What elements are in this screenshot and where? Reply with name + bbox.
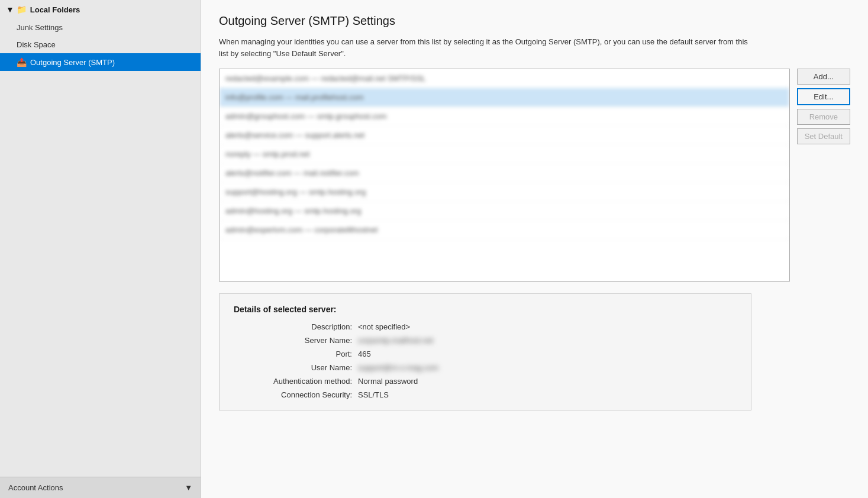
server-list-item[interactable]: admin@grouphost.com — smtp.grouphost.com: [220, 107, 789, 126]
remove-button[interactable]: Remove: [797, 109, 850, 125]
user-name-label: User Name:: [234, 363, 352, 372]
sidebar-item-outgoing-server[interactable]: 📤 Outgoing Server (SMTP): [0, 53, 201, 71]
page-description: When managing your identities you can us…: [219, 36, 751, 59]
server-list-item[interactable]: admin@hosting.org — smtp.hosting.org: [220, 202, 789, 221]
server-list-item[interactable]: admin@expertvm.com — corporatellthostnet: [220, 221, 789, 240]
sidebar-item-disk-label: Disk Space: [17, 40, 56, 49]
account-actions-footer[interactable]: Account Actions ▼: [0, 477, 201, 498]
connection-security-value: SSL/TLS: [358, 390, 737, 399]
folder-icon: ▼ 📁: [6, 5, 27, 14]
port-label: Port:: [234, 350, 352, 358]
sidebar-item-outgoing-label: Outgoing Server (SMTP): [30, 58, 115, 67]
content-area: redacted@example.com — redacted@mail.net…: [219, 69, 850, 282]
outgoing-server-icon: 📤: [17, 57, 27, 67]
sidebar: ▼ 📁 Local Folders Junk Settings Disk Spa…: [0, 0, 201, 498]
details-grid: Description: <not specified> Server Name…: [234, 322, 737, 399]
port-value: 465: [358, 350, 737, 358]
sidebar-header-label: Local Folders: [30, 5, 80, 14]
description-label: Description:: [234, 322, 352, 331]
page-title: Outgoing Server (SMTP) Settings: [219, 14, 850, 28]
auth-method-label: Authentication method:: [234, 377, 352, 386]
add-button[interactable]: Add...: [797, 69, 850, 85]
account-actions-label: Account Actions: [8, 483, 63, 492]
edit-button[interactable]: Edit...: [797, 88, 850, 105]
sidebar-item-junk-label: Junk Settings: [17, 23, 63, 32]
auth-method-value: Normal password: [358, 377, 737, 386]
server-list-item[interactable]: noreply — smtp.prod.net: [220, 145, 789, 164]
sidebar-item-junk-settings[interactable]: Junk Settings: [0, 19, 201, 36]
server-list-item[interactable]: alerts@service.com — support.alerts.net: [220, 126, 789, 145]
server-list-item[interactable]: info@profile.com — mail.profilehost.com: [220, 88, 789, 107]
server-list-item[interactable]: redacted@example.com — redacted@mail.net…: [220, 69, 789, 88]
sidebar-header: ▼ 📁 Local Folders: [0, 0, 201, 19]
details-title: Details of selected server:: [234, 305, 737, 314]
set-default-button[interactable]: Set Default: [797, 128, 850, 144]
sidebar-spacer: [0, 71, 201, 477]
details-section: Details of selected server: Description:…: [219, 293, 751, 410]
main-content: Outgoing Server (SMTP) Settings When man…: [201, 0, 868, 498]
buttons-panel: Add... Edit... Remove Set Default: [797, 69, 850, 282]
server-name-value: corpsmtp.mailhost.net: [358, 336, 737, 345]
server-list-item[interactable]: support@hosting.org — smtp.hosting.org: [220, 183, 789, 202]
server-list-container[interactable]: redacted@example.com — redacted@mail.net…: [219, 69, 790, 282]
account-actions-chevron: ▼: [185, 483, 192, 492]
sidebar-item-disk-space[interactable]: Disk Space: [0, 36, 201, 53]
description-value: <not specified>: [358, 322, 737, 331]
connection-security-label: Connection Security:: [234, 390, 352, 399]
server-list-item[interactable]: alerts@notifier.com — mail.notifier.com: [220, 164, 789, 183]
user-name-value: support@m-x-mag.com: [358, 363, 737, 372]
server-name-label: Server Name:: [234, 336, 352, 345]
server-list: redacted@example.com — redacted@mail.net…: [220, 69, 789, 240]
